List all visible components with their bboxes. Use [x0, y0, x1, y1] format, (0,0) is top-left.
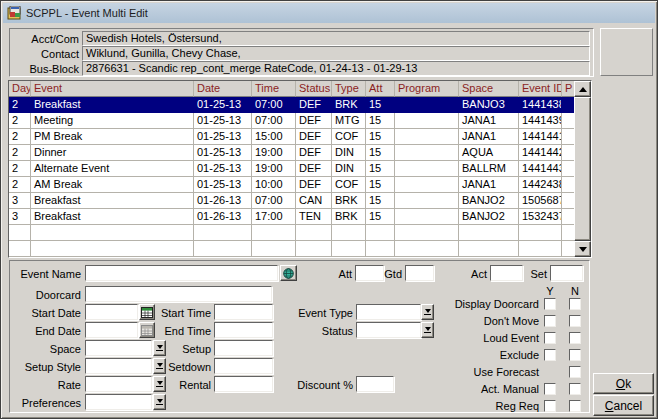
- rate-input[interactable]: [85, 376, 152, 392]
- reg-req-no-checkbox[interactable]: [569, 400, 581, 412]
- table-cell: 2: [9, 97, 31, 113]
- table-cell: 1441438: [519, 97, 562, 113]
- table-cell: [395, 225, 459, 241]
- column-header-space[interactable]: Space: [459, 81, 519, 97]
- column-header-status[interactable]: Status: [296, 81, 332, 97]
- display-doorcard-yes-checkbox[interactable]: [544, 298, 556, 310]
- exclude-no-checkbox[interactable]: [569, 349, 581, 361]
- preferences-dropdown-button[interactable]: [153, 394, 166, 410]
- globe-icon: [283, 268, 294, 279]
- table-row[interactable]: [9, 241, 574, 257]
- end-time-label: End Time: [147, 324, 211, 338]
- end-date-label: End Date: [9, 324, 81, 338]
- act-manual-yes-checkbox[interactable]: [544, 383, 556, 395]
- table-row[interactable]: 2Dinner01-25-1319:00DEFDIN15AQUA1441442: [9, 145, 574, 161]
- table-row[interactable]: 2AM Break01-25-1310:00DEFCOF15JANA114424…: [9, 177, 574, 193]
- table-cell: [252, 225, 296, 241]
- table-row[interactable]: 2Alternate Event01-25-1319:00DEFDIN15BAL…: [9, 161, 574, 177]
- table-cell: JANA1: [459, 177, 519, 193]
- column-header-att[interactable]: Att: [366, 81, 395, 97]
- table-cell: BANJO2: [459, 193, 519, 209]
- table-row[interactable]: 2PM Break01-25-1315:00DEFCOF15JANA114414…: [9, 129, 574, 145]
- column-header-day[interactable]: Day: [9, 81, 31, 97]
- display-doorcard-no-checkbox[interactable]: [569, 298, 581, 310]
- reg-req-yes-checkbox[interactable]: [544, 400, 556, 412]
- table-cell: [395, 241, 459, 257]
- start-date-input[interactable]: [85, 304, 138, 320]
- table-cell: 07:00: [252, 113, 296, 129]
- table-cell: JANA1: [459, 113, 519, 129]
- table-cell: [9, 225, 31, 241]
- column-header-program[interactable]: Program: [395, 81, 459, 97]
- doorcard-input[interactable]: [85, 286, 272, 302]
- loud-event-yes-checkbox[interactable]: [544, 332, 556, 344]
- column-header-event-id[interactable]: Event ID: [519, 81, 562, 97]
- table-cell: JANA1: [459, 129, 519, 145]
- act-manual-no-checkbox[interactable]: [569, 383, 581, 395]
- event-name-input[interactable]: [85, 265, 278, 281]
- table-cell: 15:00: [252, 129, 296, 145]
- table-cell: [562, 225, 574, 241]
- bus-block-label: Bus-Block: [11, 62, 79, 76]
- column-header-p[interactable]: P: [562, 81, 574, 97]
- setup-style-input[interactable]: [85, 358, 152, 374]
- table-row[interactable]: 3Breakfast01-26-1317:00TENBRK15BANJO2153…: [9, 209, 574, 225]
- table-cell: [395, 193, 459, 209]
- cancel-button[interactable]: Cancel: [593, 395, 654, 416]
- end-date-input[interactable]: [85, 322, 138, 338]
- setdown-input[interactable]: [214, 358, 273, 374]
- scrollbar-thumb[interactable]: [574, 97, 591, 241]
- preferences-input[interactable]: [85, 394, 152, 410]
- use-forecast-label: Use Forecast: [401, 366, 539, 378]
- table-row[interactable]: 2Meeting01-25-1307:00DEFMTG15JANA1144143…: [9, 113, 574, 129]
- scroll-up-button[interactable]: [574, 81, 591, 97]
- setup-input[interactable]: [214, 340, 273, 356]
- table-cell: [395, 113, 459, 129]
- table-cell: [562, 97, 574, 113]
- don-t-move-no-checkbox[interactable]: [569, 315, 581, 327]
- table-row[interactable]: 3Breakfast01-26-1307:00CANBRK15BANJO2150…: [9, 193, 574, 209]
- column-header-date[interactable]: Date: [194, 81, 252, 97]
- title-bar[interactable]: SCPPL - Event Multi Edit: [3, 3, 655, 23]
- event-name-lookup-button[interactable]: [280, 265, 297, 281]
- table-cell: BRK: [332, 193, 366, 209]
- table-cell: [332, 241, 366, 257]
- loud-event-no-checkbox[interactable]: [569, 332, 581, 344]
- use-forecast-no-checkbox[interactable]: [569, 366, 581, 378]
- app-icon: [7, 6, 22, 20]
- table-cell: Alternate Event: [31, 161, 194, 177]
- gtd-input[interactable]: [405, 265, 434, 281]
- start-time-input[interactable]: [214, 304, 273, 320]
- table-row[interactable]: [9, 225, 574, 241]
- column-header-time[interactable]: Time: [252, 81, 296, 97]
- column-header-event[interactable]: Event: [31, 81, 194, 97]
- vertical-scrollbar[interactable]: [574, 81, 591, 257]
- table-cell: AQUA: [459, 145, 519, 161]
- rental-label: Rental: [147, 378, 211, 392]
- table-cell: [395, 161, 459, 177]
- window-title: SCPPL - Event Multi Edit: [26, 7, 148, 19]
- set-input[interactable]: [550, 265, 583, 281]
- table-cell: AM Break: [31, 177, 194, 193]
- space-input[interactable]: [85, 340, 152, 356]
- scroll-down-button[interactable]: [574, 241, 591, 257]
- table-cell: [332, 225, 366, 241]
- rental-input[interactable]: [214, 376, 273, 392]
- table-cell: [562, 177, 574, 193]
- table-cell: 15: [366, 113, 395, 129]
- end-time-input[interactable]: [214, 322, 273, 338]
- table-cell: Breakfast: [31, 193, 194, 209]
- don-t-move-yes-checkbox[interactable]: [544, 315, 556, 327]
- status-label: Status: [277, 324, 353, 338]
- table-cell: TEN: [296, 209, 332, 225]
- table-cell: 10:00: [252, 177, 296, 193]
- discount-input[interactable]: [356, 376, 394, 392]
- exclude-yes-checkbox[interactable]: [544, 349, 556, 361]
- acct-com-value: Swedish Hotels, Östersund,: [82, 31, 590, 46]
- event-multi-edit-window: SCPPL - Event Multi Edit Acct/Com Swedis…: [0, 0, 658, 419]
- table-cell: [562, 209, 574, 225]
- table-cell: [9, 241, 31, 257]
- table-row[interactable]: 2Breakfast01-25-1307:00DEFBRK15BANJO3144…: [9, 97, 574, 113]
- column-header-type[interactable]: Type: [332, 81, 366, 97]
- ok-button[interactable]: Ok: [593, 373, 654, 394]
